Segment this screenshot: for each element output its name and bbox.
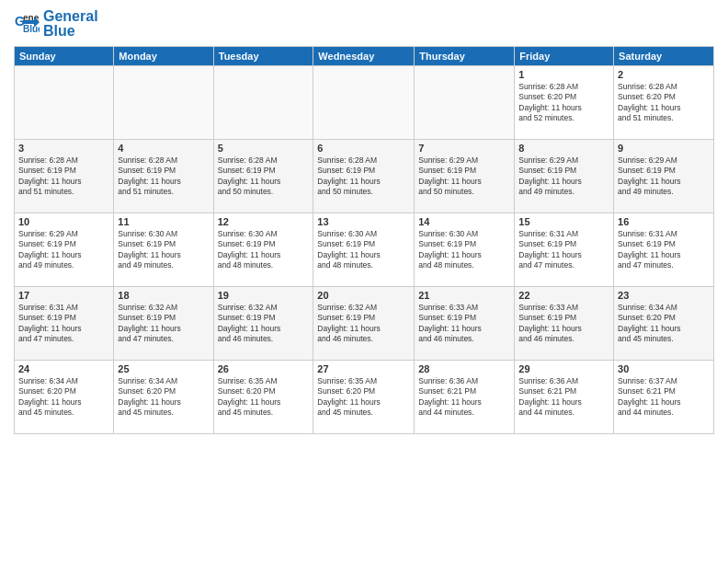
calendar-cell: 3Sunrise: 6:28 AMSunset: 6:19 PMDaylight…: [15, 140, 114, 213]
logo-icon: G eneral Blue: [14, 11, 40, 37]
day-number: 17: [18, 290, 109, 301]
calendar-header-row: SundayMondayTuesdayWednesdayThursdayFrid…: [15, 47, 714, 66]
calendar-cell: 20Sunrise: 6:32 AMSunset: 6:19 PMDayligh…: [313, 287, 415, 361]
day-info: Sunrise: 6:34 AMSunset: 6:20 PMDaylight:…: [18, 376, 109, 419]
day-info: Sunrise: 6:35 AMSunset: 6:20 PMDaylight:…: [317, 376, 410, 419]
day-info: Sunrise: 6:32 AMSunset: 6:19 PMDaylight:…: [317, 303, 410, 345]
day-number: 29: [518, 363, 609, 374]
day-number: 23: [618, 290, 710, 301]
calendar-cell: 24Sunrise: 6:34 AMSunset: 6:20 PMDayligh…: [15, 361, 114, 434]
day-number: 11: [118, 216, 209, 227]
day-info: Sunrise: 6:28 AMSunset: 6:19 PMDaylight:…: [317, 155, 410, 198]
calendar-cell: 14Sunrise: 6:30 AMSunset: 6:19 PMDayligh…: [415, 213, 515, 287]
calendar-header-friday: Friday: [515, 47, 614, 66]
day-number: 22: [518, 290, 609, 301]
day-info: Sunrise: 6:30 AMSunset: 6:19 PMDaylight:…: [418, 229, 510, 271]
day-number: 18: [118, 290, 209, 301]
day-number: 6: [317, 143, 410, 154]
calendar-cell: 11Sunrise: 6:30 AMSunset: 6:19 PMDayligh…: [114, 213, 213, 287]
day-info: Sunrise: 6:29 AMSunset: 6:19 PMDaylight:…: [518, 155, 609, 198]
calendar-cell: [313, 66, 415, 140]
calendar-cell: 15Sunrise: 6:31 AMSunset: 6:19 PMDayligh…: [515, 213, 614, 287]
day-number: 25: [118, 363, 209, 374]
day-info: Sunrise: 6:34 AMSunset: 6:20 PMDaylight:…: [618, 303, 710, 345]
day-number: 19: [218, 290, 310, 301]
day-info: Sunrise: 6:30 AMSunset: 6:19 PMDaylight:…: [317, 229, 410, 271]
day-info: Sunrise: 6:29 AMSunset: 6:19 PMDaylight:…: [618, 155, 710, 198]
calendar-cell: 28Sunrise: 6:36 AMSunset: 6:21 PMDayligh…: [415, 361, 515, 434]
calendar-week-5: 24Sunrise: 6:34 AMSunset: 6:20 PMDayligh…: [15, 361, 714, 434]
day-number: 5: [218, 143, 310, 154]
calendar-cell: 23Sunrise: 6:34 AMSunset: 6:20 PMDayligh…: [614, 287, 714, 361]
calendar-cell: [114, 66, 213, 140]
day-number: 10: [18, 216, 109, 227]
day-number: 15: [518, 216, 609, 227]
calendar-cell: 26Sunrise: 6:35 AMSunset: 6:20 PMDayligh…: [213, 361, 313, 434]
day-info: Sunrise: 6:32 AMSunset: 6:19 PMDaylight:…: [118, 303, 209, 345]
logo-general: General: [43, 8, 98, 24]
day-info: Sunrise: 6:28 AMSunset: 6:19 PMDaylight:…: [18, 155, 109, 198]
logo: G eneral Blue General Blue: [14, 9, 98, 39]
calendar-cell: 16Sunrise: 6:31 AMSunset: 6:19 PMDayligh…: [614, 213, 714, 287]
calendar-cell: 27Sunrise: 6:35 AMSunset: 6:20 PMDayligh…: [313, 361, 415, 434]
calendar-cell: 12Sunrise: 6:30 AMSunset: 6:19 PMDayligh…: [213, 213, 313, 287]
calendar-cell: 25Sunrise: 6:34 AMSunset: 6:20 PMDayligh…: [114, 361, 213, 434]
day-number: 8: [518, 143, 609, 154]
day-info: Sunrise: 6:31 AMSunset: 6:19 PMDaylight:…: [618, 229, 710, 271]
day-info: Sunrise: 6:29 AMSunset: 6:19 PMDaylight:…: [418, 155, 510, 198]
day-info: Sunrise: 6:28 AMSunset: 6:20 PMDaylight:…: [618, 82, 710, 124]
day-number: 21: [418, 290, 510, 301]
calendar-header-wednesday: Wednesday: [313, 47, 415, 66]
day-number: 13: [317, 216, 410, 227]
calendar-week-1: 1Sunrise: 6:28 AMSunset: 6:20 PMDaylight…: [15, 66, 714, 140]
day-info: Sunrise: 6:36 AMSunset: 6:21 PMDaylight:…: [518, 376, 609, 419]
day-info: Sunrise: 6:36 AMSunset: 6:21 PMDaylight:…: [418, 376, 510, 419]
day-number: 30: [618, 363, 710, 374]
svg-text:Blue: Blue: [23, 24, 40, 34]
calendar-cell: 22Sunrise: 6:33 AMSunset: 6:19 PMDayligh…: [515, 287, 614, 361]
day-number: 2: [618, 69, 710, 80]
calendar-cell: [213, 66, 313, 140]
day-info: Sunrise: 6:33 AMSunset: 6:19 PMDaylight:…: [418, 303, 510, 345]
day-info: Sunrise: 6:28 AMSunset: 6:19 PMDaylight:…: [218, 155, 310, 198]
day-info: Sunrise: 6:32 AMSunset: 6:19 PMDaylight:…: [218, 303, 310, 345]
day-number: 28: [418, 363, 510, 374]
day-number: 12: [218, 216, 310, 227]
day-number: 1: [518, 69, 609, 80]
day-number: 9: [618, 143, 710, 154]
day-number: 16: [618, 216, 710, 227]
calendar-week-4: 17Sunrise: 6:31 AMSunset: 6:19 PMDayligh…: [15, 287, 714, 361]
day-info: Sunrise: 6:28 AMSunset: 6:19 PMDaylight:…: [118, 155, 209, 198]
calendar-cell: 2Sunrise: 6:28 AMSunset: 6:20 PMDaylight…: [614, 66, 714, 140]
calendar-week-3: 10Sunrise: 6:29 AMSunset: 6:19 PMDayligh…: [15, 213, 714, 287]
calendar-cell: 9Sunrise: 6:29 AMSunset: 6:19 PMDaylight…: [614, 140, 714, 213]
calendar-header-tuesday: Tuesday: [213, 47, 313, 66]
calendar-cell: 1Sunrise: 6:28 AMSunset: 6:20 PMDaylight…: [515, 66, 614, 140]
day-number: 7: [418, 143, 510, 154]
calendar-cell: 29Sunrise: 6:36 AMSunset: 6:21 PMDayligh…: [515, 361, 614, 434]
day-info: Sunrise: 6:28 AMSunset: 6:20 PMDaylight:…: [518, 82, 609, 124]
calendar-cell: 18Sunrise: 6:32 AMSunset: 6:19 PMDayligh…: [114, 287, 213, 361]
day-info: Sunrise: 6:34 AMSunset: 6:20 PMDaylight:…: [118, 376, 209, 419]
day-info: Sunrise: 6:30 AMSunset: 6:19 PMDaylight:…: [218, 229, 310, 271]
day-info: Sunrise: 6:30 AMSunset: 6:19 PMDaylight:…: [118, 229, 209, 271]
calendar-week-2: 3Sunrise: 6:28 AMSunset: 6:19 PMDaylight…: [15, 140, 714, 213]
logo-blue: Blue: [43, 24, 98, 39]
calendar-cell: 17Sunrise: 6:31 AMSunset: 6:19 PMDayligh…: [15, 287, 114, 361]
day-number: 27: [317, 363, 410, 374]
header: G eneral Blue General Blue: [14, 9, 714, 39]
calendar-header-sunday: Sunday: [15, 47, 114, 66]
calendar-cell: 4Sunrise: 6:28 AMSunset: 6:19 PMDaylight…: [114, 140, 213, 213]
calendar-cell: [15, 66, 114, 140]
day-number: 24: [18, 363, 109, 374]
calendar-cell: 6Sunrise: 6:28 AMSunset: 6:19 PMDaylight…: [313, 140, 415, 213]
day-info: Sunrise: 6:37 AMSunset: 6:21 PMDaylight:…: [618, 376, 710, 419]
day-number: 14: [418, 216, 510, 227]
calendar-header-monday: Monday: [114, 47, 213, 66]
calendar-header-saturday: Saturday: [614, 47, 714, 66]
day-info: Sunrise: 6:31 AMSunset: 6:19 PMDaylight:…: [18, 303, 109, 345]
page: G eneral Blue General Blue SundayMondayT…: [0, 0, 728, 563]
calendar-table: SundayMondayTuesdayWednesdayThursdayFrid…: [14, 46, 714, 434]
day-info: Sunrise: 6:31 AMSunset: 6:19 PMDaylight:…: [518, 229, 609, 271]
calendar-cell: [415, 66, 515, 140]
